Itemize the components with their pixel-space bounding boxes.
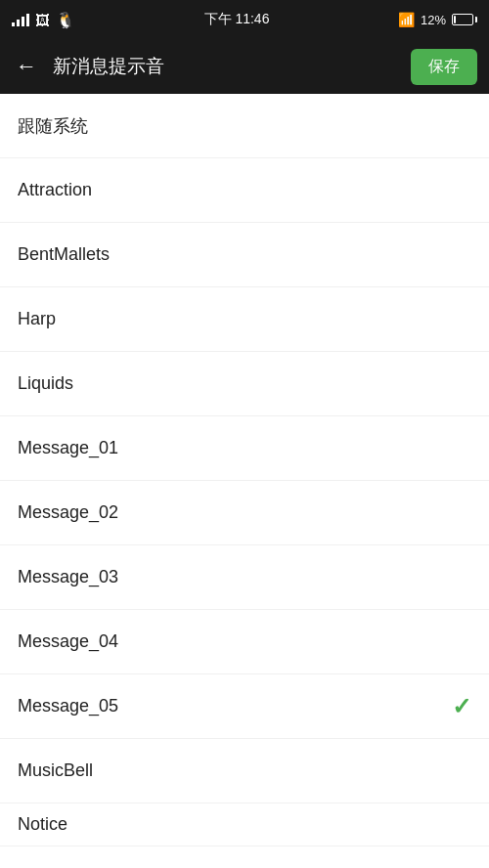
- list-item-label: Message_04: [18, 631, 118, 652]
- list-item[interactable]: BentMallets: [0, 223, 489, 287]
- list-item[interactable]: Liquids: [0, 352, 489, 416]
- list-item[interactable]: MusicBell: [0, 739, 489, 803]
- nav-title: 新消息提示音: [53, 54, 399, 79]
- list-item-label: Message_05: [18, 696, 118, 716]
- list-item[interactable]: Notice: [0, 803, 489, 846]
- list-item[interactable]: 跟随系统: [0, 94, 489, 158]
- list-item-label: Message_01: [18, 438, 118, 458]
- list-item[interactable]: Message_04: [0, 610, 489, 674]
- wifi-icon: 📶: [398, 12, 415, 27]
- status-time: 下午 11:46: [204, 11, 270, 28]
- list-item-label: 跟随系统: [18, 114, 88, 138]
- status-left: 🖼 🐧: [12, 11, 75, 29]
- nav-bar: ← 新消息提示音 保存: [0, 39, 489, 94]
- list-item[interactable]: Harp: [0, 287, 489, 352]
- list-item-label: Message_03: [18, 567, 118, 587]
- list-item[interactable]: Message_03: [0, 545, 489, 610]
- save-button[interactable]: 保存: [411, 49, 477, 85]
- list-item-label: Liquids: [18, 373, 73, 394]
- status-bar: 🖼 🐧 下午 11:46 📶 12%: [0, 0, 489, 39]
- qq-icon: 🐧: [56, 11, 75, 29]
- list-item-label: MusicBell: [18, 760, 93, 781]
- sound-list: 跟随系统AttractionBentMalletsHarpLiquidsMess…: [0, 94, 489, 846]
- list-item-label: BentMallets: [18, 244, 110, 265]
- photo-icon: 🖼: [35, 12, 50, 28]
- battery-icon: [452, 14, 477, 25]
- check-icon: ✓: [452, 693, 471, 720]
- list-item-label: Message_02: [18, 502, 118, 523]
- list-item[interactable]: Message_02: [0, 481, 489, 545]
- list-item-label: Notice: [18, 814, 67, 835]
- list-item[interactable]: Message_05✓: [0, 674, 489, 739]
- list-item[interactable]: Message_01: [0, 416, 489, 481]
- back-button[interactable]: ←: [12, 50, 41, 83]
- list-item-label: Attraction: [18, 180, 92, 200]
- list-item[interactable]: Attraction: [0, 158, 489, 223]
- status-right: 📶 12%: [398, 12, 477, 27]
- battery-percent: 12%: [421, 13, 446, 27]
- list-item-label: Harp: [18, 309, 56, 329]
- signal-icon: [12, 13, 29, 26]
